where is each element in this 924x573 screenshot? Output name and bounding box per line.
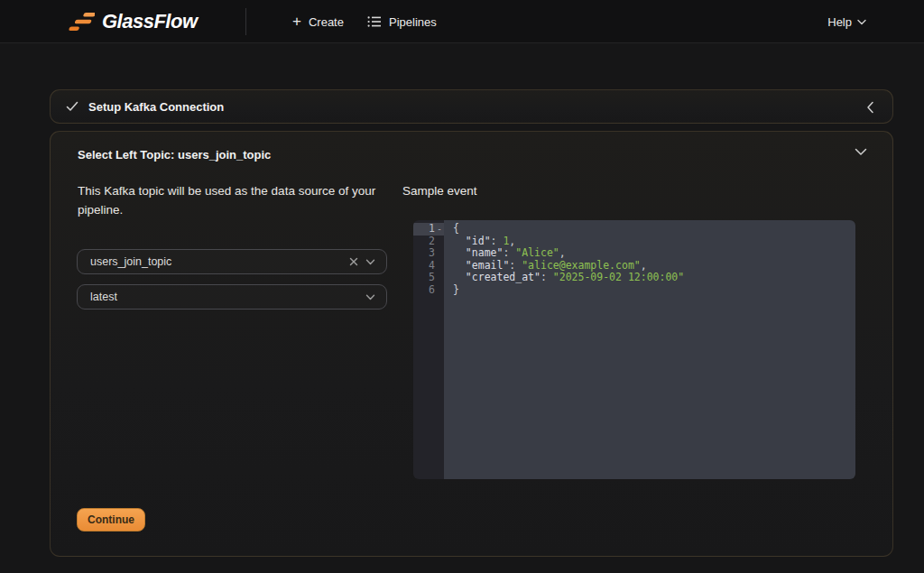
gutter-line-number: 4 <box>413 260 444 273</box>
code-line: { <box>453 223 855 236</box>
offset-select[interactable]: latest <box>77 284 387 310</box>
code-line: } <box>453 284 855 297</box>
chevron-down-icon[interactable] <box>365 294 375 300</box>
editor-gutter: 1-23456 <box>413 220 444 479</box>
top-navbar: GlassFlow + Create Pipelines Help <box>0 0 924 43</box>
topic-select[interactable]: users_join_topic <box>77 249 387 274</box>
code-line: "name": "Alice", <box>453 247 855 260</box>
code-line: "id": 1, <box>453 236 855 248</box>
fold-toggle-icon[interactable]: - <box>437 223 442 236</box>
chevron-left-icon[interactable] <box>866 101 874 114</box>
glassflow-logo[interactable]: GlassFlow <box>68 0 198 43</box>
kafka-connection-step-header[interactable]: Setup Kafka Connection <box>50 89 893 124</box>
chevron-down-icon <box>857 19 866 25</box>
list-icon <box>367 15 382 28</box>
sample-event-label: Sample event <box>402 184 477 198</box>
plus-icon: + <box>292 14 301 29</box>
offset-select-value: latest <box>90 291 365 303</box>
glassflow-logo-icon <box>68 11 95 32</box>
gutter-line-number: 5 <box>413 272 444 284</box>
gutter-line-number: 6 <box>413 284 444 297</box>
chevron-down-icon[interactable] <box>365 259 375 265</box>
select-left-topic-title: Select Left Topic: users_join_topic <box>78 148 271 162</box>
nav-help-menu[interactable]: Help <box>827 0 866 43</box>
clear-icon[interactable] <box>349 257 358 266</box>
topic-select-value: users_join_topic <box>90 255 349 268</box>
kafka-connection-step-title: Setup Kafka Connection <box>88 100 224 114</box>
gutter-line-number: 3 <box>413 247 444 260</box>
continue-button[interactable]: Continue <box>77 508 145 531</box>
brand-name: GlassFlow <box>102 10 198 33</box>
check-icon <box>66 101 79 112</box>
gutter-line-number: 1- <box>413 223 444 236</box>
nav-create-label: Create <box>309 15 344 29</box>
page: GlassFlow + Create Pipelines Help <box>0 0 924 573</box>
editor-code[interactable]: { "id": 1, "name": "Alice", "email": "al… <box>444 220 855 479</box>
nav-create-button[interactable]: + Create <box>292 0 344 43</box>
code-line: "created_at": "2025-09-02 12:00:00" <box>453 272 855 284</box>
nav-help-label: Help <box>827 15 852 29</box>
topic-description: This Kafka topic will be used as the dat… <box>78 182 380 220</box>
nav-pipelines-label: Pipelines <box>389 15 437 29</box>
sample-event-editor[interactable]: 1-23456 { "id": 1, "name": "Alice", "ema… <box>413 220 855 479</box>
select-left-topic-card: Select Left Topic: users_join_topic This… <box>50 131 893 557</box>
gutter-line-number: 2 <box>413 236 444 248</box>
code-line: "email": "alice@example.com", <box>453 260 855 273</box>
navbar-divider <box>245 8 246 35</box>
nav-pipelines-button[interactable]: Pipelines <box>367 0 437 43</box>
chevron-down-icon[interactable] <box>855 148 867 156</box>
